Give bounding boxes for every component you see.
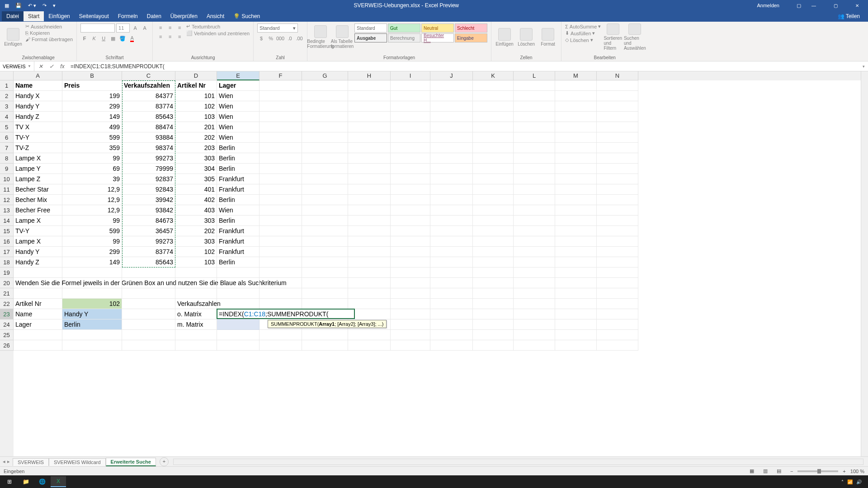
- cell-M6[interactable]: [555, 132, 597, 143]
- cell-I9[interactable]: [391, 164, 430, 174]
- name-box[interactable]: VERWEIS▼: [0, 61, 34, 71]
- cell-M15[interactable]: [555, 226, 597, 236]
- cell-C4[interactable]: 85643: [122, 112, 175, 122]
- align-mid-icon[interactable]: ≡: [166, 23, 174, 32]
- sheet-tab-2[interactable]: Erweiterte Suche: [106, 458, 156, 466]
- style-neutral[interactable]: Neutral: [421, 23, 454, 33]
- cell-F20[interactable]: [259, 278, 302, 288]
- cell-B16[interactable]: 99: [62, 236, 122, 247]
- cell-I7[interactable]: [391, 143, 430, 153]
- row-header-19[interactable]: 19: [0, 267, 14, 278]
- paste-button[interactable]: Einfügen: [4, 23, 23, 51]
- tab-formulas[interactable]: Formeln: [113, 11, 142, 21]
- merge-button[interactable]: ⬜ Verbinden und zentrieren: [186, 30, 250, 36]
- cell-L11[interactable]: [514, 184, 555, 195]
- cell-C7[interactable]: 98374: [122, 143, 175, 153]
- cell-N14[interactable]: [597, 216, 638, 226]
- cell-L18[interactable]: [514, 257, 555, 267]
- cell-G14[interactable]: [302, 216, 348, 226]
- cell-K21[interactable]: [473, 288, 514, 299]
- cell-B25[interactable]: [62, 330, 122, 340]
- cell-F8[interactable]: [259, 153, 302, 164]
- cell-N19[interactable]: [597, 267, 638, 278]
- cell-N20[interactable]: [597, 278, 638, 288]
- cell-H25[interactable]: [348, 330, 391, 340]
- decrease-font-icon[interactable]: A: [141, 24, 149, 32]
- row-header-18[interactable]: 18: [0, 257, 14, 267]
- row-header-22[interactable]: 22: [0, 299, 14, 309]
- cell-K19[interactable]: [473, 267, 514, 278]
- cell-F14[interactable]: [259, 216, 302, 226]
- cell-J21[interactable]: [430, 288, 473, 299]
- cell-A5[interactable]: TV X: [14, 122, 62, 132]
- row-header-20[interactable]: 20: [0, 278, 14, 288]
- cell-C14[interactable]: 84673: [122, 216, 175, 226]
- tray-volume-icon[interactable]: 🔊: [856, 479, 862, 484]
- cell-C2[interactable]: 84377: [122, 91, 175, 101]
- taskbar-excel-icon[interactable]: X: [51, 476, 66, 487]
- start-button[interactable]: ⊞: [2, 476, 17, 487]
- cell-J18[interactable]: [430, 257, 473, 267]
- cell-J15[interactable]: [430, 226, 473, 236]
- cell-A23[interactable]: Name: [14, 309, 62, 319]
- tab-search[interactable]: 💡 Suchen: [229, 11, 264, 21]
- cell-M5[interactable]: [555, 122, 597, 132]
- wrap-text-button[interactable]: ↵ Textumbruch: [186, 23, 250, 29]
- share-button[interactable]: 👥 Teilen: [838, 13, 860, 19]
- vertical-scrollbar[interactable]: [861, 71, 868, 456]
- cell-B5[interactable]: 499: [62, 122, 122, 132]
- cell-B21[interactable]: [62, 288, 122, 299]
- cell-E14[interactable]: Berlin: [217, 216, 259, 226]
- col-header-D[interactable]: D: [175, 71, 217, 80]
- cell-M4[interactable]: [555, 112, 597, 122]
- cell-H16[interactable]: [348, 236, 391, 247]
- cell-G10[interactable]: [302, 174, 348, 184]
- tab-data[interactable]: Daten: [142, 11, 166, 21]
- cell-I18[interactable]: [391, 257, 430, 267]
- align-bot-icon[interactable]: ≡: [175, 23, 184, 32]
- cell-L20[interactable]: [514, 278, 555, 288]
- cell-N24[interactable]: [597, 319, 638, 330]
- tab-view[interactable]: Ansicht: [202, 11, 229, 21]
- col-header-E[interactable]: E: [217, 71, 259, 80]
- add-sheet-button[interactable]: +: [160, 457, 169, 466]
- cell-M7[interactable]: [555, 143, 597, 153]
- taskbar-edge-icon[interactable]: 🌐: [34, 476, 50, 487]
- cell-H12[interactable]: [348, 195, 391, 205]
- cell-F5[interactable]: [259, 122, 302, 132]
- align-top-icon[interactable]: ≡: [156, 23, 165, 32]
- cell-B11[interactable]: 12,9: [62, 184, 122, 195]
- cell-K22[interactable]: [473, 299, 514, 309]
- col-header-M[interactable]: M: [555, 71, 597, 80]
- cell-D3[interactable]: 102: [175, 101, 217, 112]
- cell-I8[interactable]: [391, 153, 430, 164]
- cell-L24[interactable]: [514, 319, 555, 330]
- cell-N12[interactable]: [597, 195, 638, 205]
- cell-N4[interactable]: [597, 112, 638, 122]
- cell-J23[interactable]: [430, 309, 473, 319]
- cell-L21[interactable]: [514, 288, 555, 299]
- tray-network-icon[interactable]: 📶: [847, 479, 853, 484]
- cell-I13[interactable]: [391, 205, 430, 216]
- cell-D8[interactable]: 303: [175, 153, 217, 164]
- cell-B4[interactable]: 149: [62, 112, 122, 122]
- cell-L1[interactable]: [514, 80, 555, 91]
- cell-G5[interactable]: [302, 122, 348, 132]
- cell-K11[interactable]: [473, 184, 514, 195]
- cell-D19[interactable]: [175, 267, 217, 278]
- cell-E10[interactable]: Frankfurt: [217, 174, 259, 184]
- cell-J11[interactable]: [430, 184, 473, 195]
- row-header-11[interactable]: 11: [0, 184, 14, 195]
- cell-H9[interactable]: [348, 164, 391, 174]
- cell-D11[interactable]: 401: [175, 184, 217, 195]
- cell-H18[interactable]: [348, 257, 391, 267]
- cell-C9[interactable]: 79999: [122, 164, 175, 174]
- cell-G19[interactable]: [302, 267, 348, 278]
- cell-C5[interactable]: 88474: [122, 122, 175, 132]
- cell-N25[interactable]: [597, 330, 638, 340]
- zoom-level[interactable]: 100 %: [850, 469, 864, 474]
- cell-M2[interactable]: [555, 91, 597, 101]
- tab-file[interactable]: Datei: [2, 11, 24, 21]
- cell-E19[interactable]: [217, 267, 259, 278]
- cell-D16[interactable]: 303: [175, 236, 217, 247]
